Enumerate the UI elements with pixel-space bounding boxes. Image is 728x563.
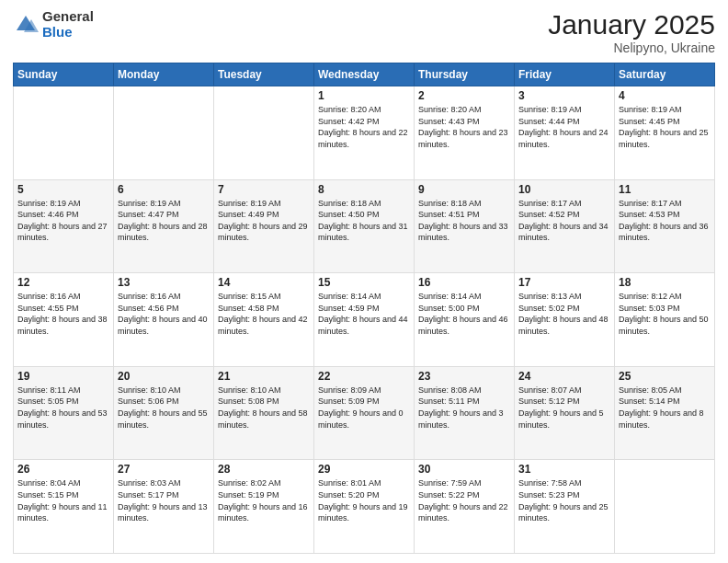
week-row-1: 1Sunrise: 8:20 AM Sunset: 4:42 PM Daylig… [14,86,715,180]
day-cell: 22Sunrise: 8:09 AM Sunset: 5:09 PM Dayli… [314,366,415,460]
day-cell: 4Sunrise: 8:19 AM Sunset: 4:45 PM Daylig… [615,86,715,180]
day-info: Sunrise: 8:17 AM Sunset: 4:53 PM Dayligh… [619,198,711,244]
day-number: 19 [17,370,109,383]
col-thursday: Thursday [415,63,515,86]
day-number: 6 [118,183,210,196]
day-number: 7 [218,183,310,196]
calendar: Sunday Monday Tuesday Wednesday Thursday… [13,63,715,554]
day-cell: 3Sunrise: 8:19 AM Sunset: 4:44 PM Daylig… [515,86,615,180]
day-info: Sunrise: 8:19 AM Sunset: 4:49 PM Dayligh… [218,198,310,244]
day-info: Sunrise: 8:13 AM Sunset: 5:02 PM Dayligh… [518,291,610,337]
page: General Blue January 2025 Nelipyno, Ukra… [0,0,728,563]
day-cell: 27Sunrise: 8:03 AM Sunset: 5:17 PM Dayli… [114,460,214,554]
week-row-4: 19Sunrise: 8:11 AM Sunset: 5:05 PM Dayli… [14,366,715,460]
day-info: Sunrise: 8:20 AM Sunset: 4:43 PM Dayligh… [418,104,510,150]
col-sunday: Sunday [14,63,114,86]
day-cell: 13Sunrise: 8:16 AM Sunset: 4:56 PM Dayli… [114,273,214,367]
week-row-3: 12Sunrise: 8:16 AM Sunset: 4:55 PM Dayli… [14,273,715,367]
day-cell: 6Sunrise: 8:19 AM Sunset: 4:47 PM Daylig… [114,179,214,273]
day-cell: 8Sunrise: 8:18 AM Sunset: 4:50 PM Daylig… [314,179,415,273]
header: General Blue January 2025 Nelipyno, Ukra… [13,9,715,55]
day-number: 4 [619,89,711,102]
day-info: Sunrise: 8:01 AM Sunset: 5:20 PM Dayligh… [318,477,410,523]
header-row: Sunday Monday Tuesday Wednesday Thursday… [14,63,715,86]
logo-blue: Blue [42,24,73,40]
day-cell: 18Sunrise: 8:12 AM Sunset: 5:03 PM Dayli… [615,273,715,367]
logo-icon [13,12,39,38]
week-row-5: 26Sunrise: 8:04 AM Sunset: 5:15 PM Dayli… [14,460,715,554]
day-cell: 15Sunrise: 8:14 AM Sunset: 4:59 PM Dayli… [314,273,415,367]
day-info: Sunrise: 8:19 AM Sunset: 4:45 PM Dayligh… [619,104,711,150]
day-number: 5 [17,183,109,196]
day-cell: 28Sunrise: 8:02 AM Sunset: 5:19 PM Dayli… [214,460,314,554]
day-number: 2 [418,89,510,102]
day-number: 22 [318,370,410,383]
day-info: Sunrise: 8:07 AM Sunset: 5:12 PM Dayligh… [518,385,610,431]
day-cell: 19Sunrise: 8:11 AM Sunset: 5:05 PM Dayli… [14,366,114,460]
day-cell [615,460,715,554]
day-cell: 7Sunrise: 8:19 AM Sunset: 4:49 PM Daylig… [214,179,314,273]
logo-text: General Blue [42,9,94,40]
day-info: Sunrise: 8:15 AM Sunset: 4:58 PM Dayligh… [218,291,310,337]
day-info: Sunrise: 8:18 AM Sunset: 4:51 PM Dayligh… [418,198,510,244]
day-number: 30 [418,463,510,476]
month-title: January 2025 [548,9,715,40]
day-number: 28 [218,463,310,476]
col-monday: Monday [114,63,214,86]
logo: General Blue [13,9,94,40]
calendar-header: Sunday Monday Tuesday Wednesday Thursday… [14,63,715,86]
day-info: Sunrise: 8:04 AM Sunset: 5:15 PM Dayligh… [17,477,109,523]
day-cell: 16Sunrise: 8:14 AM Sunset: 5:00 PM Dayli… [415,273,515,367]
day-info: Sunrise: 8:16 AM Sunset: 4:56 PM Dayligh… [118,291,210,337]
day-cell: 17Sunrise: 8:13 AM Sunset: 5:02 PM Dayli… [515,273,615,367]
day-cell: 14Sunrise: 8:15 AM Sunset: 4:58 PM Dayli… [214,273,314,367]
day-info: Sunrise: 8:20 AM Sunset: 4:42 PM Dayligh… [318,104,410,150]
day-cell: 2Sunrise: 8:20 AM Sunset: 4:43 PM Daylig… [415,86,515,180]
day-info: Sunrise: 8:16 AM Sunset: 4:55 PM Dayligh… [17,291,109,337]
day-number: 18 [619,276,711,289]
day-number: 24 [518,370,610,383]
day-info: Sunrise: 8:18 AM Sunset: 4:50 PM Dayligh… [318,198,410,244]
day-cell: 20Sunrise: 8:10 AM Sunset: 5:06 PM Dayli… [114,366,214,460]
day-cell: 24Sunrise: 8:07 AM Sunset: 5:12 PM Dayli… [515,366,615,460]
day-cell: 31Sunrise: 7:58 AM Sunset: 5:23 PM Dayli… [515,460,615,554]
day-number: 10 [518,183,610,196]
day-number: 21 [218,370,310,383]
day-number: 20 [118,370,210,383]
day-cell: 11Sunrise: 8:17 AM Sunset: 4:53 PM Dayli… [615,179,715,273]
day-number: 3 [518,89,610,102]
day-cell: 23Sunrise: 8:08 AM Sunset: 5:11 PM Dayli… [415,366,515,460]
day-info: Sunrise: 8:10 AM Sunset: 5:08 PM Dayligh… [218,385,310,431]
day-number: 25 [619,370,711,383]
day-info: Sunrise: 8:02 AM Sunset: 5:19 PM Dayligh… [218,477,310,523]
day-cell: 5Sunrise: 8:19 AM Sunset: 4:46 PM Daylig… [14,179,114,273]
day-info: Sunrise: 8:09 AM Sunset: 5:09 PM Dayligh… [318,385,410,431]
day-number: 8 [318,183,410,196]
day-cell [114,86,214,180]
day-number: 12 [17,276,109,289]
day-number: 14 [218,276,310,289]
day-info: Sunrise: 8:19 AM Sunset: 4:44 PM Dayligh… [518,104,610,150]
day-number: 29 [318,463,410,476]
col-saturday: Saturday [615,63,715,86]
location: Nelipyno, Ukraine [548,40,715,55]
day-number: 15 [318,276,410,289]
col-wednesday: Wednesday [314,63,415,86]
day-info: Sunrise: 8:10 AM Sunset: 5:06 PM Dayligh… [118,385,210,431]
day-cell: 1Sunrise: 8:20 AM Sunset: 4:42 PM Daylig… [314,86,415,180]
day-number: 23 [418,370,510,383]
day-number: 11 [619,183,711,196]
col-friday: Friday [515,63,615,86]
day-info: Sunrise: 8:12 AM Sunset: 5:03 PM Dayligh… [619,291,711,337]
day-cell: 10Sunrise: 8:17 AM Sunset: 4:52 PM Dayli… [515,179,615,273]
day-info: Sunrise: 8:17 AM Sunset: 4:52 PM Dayligh… [518,198,610,244]
day-number: 31 [518,463,610,476]
week-row-2: 5Sunrise: 8:19 AM Sunset: 4:46 PM Daylig… [14,179,715,273]
day-number: 9 [418,183,510,196]
day-info: Sunrise: 8:05 AM Sunset: 5:14 PM Dayligh… [619,385,711,431]
day-number: 27 [118,463,210,476]
day-cell: 26Sunrise: 8:04 AM Sunset: 5:15 PM Dayli… [14,460,114,554]
day-cell [14,86,114,180]
day-info: Sunrise: 8:03 AM Sunset: 5:17 PM Dayligh… [118,477,210,523]
day-number: 26 [17,463,109,476]
